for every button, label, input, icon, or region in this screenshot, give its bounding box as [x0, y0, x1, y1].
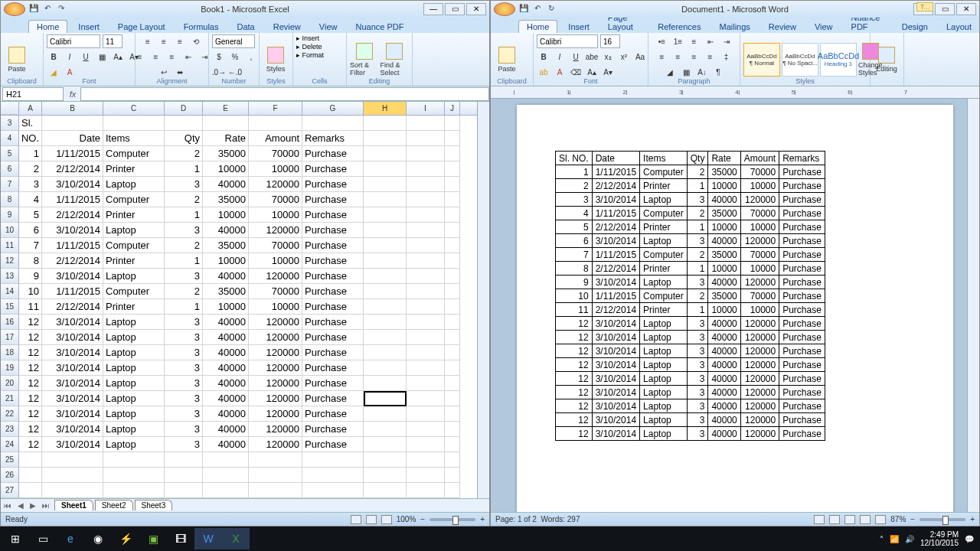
- cell[interactable]: 1/11/2015: [42, 146, 103, 161]
- table-tools-tab[interactable]: T...: [916, 2, 933, 11]
- row-header[interactable]: 5: [1, 146, 19, 161]
- cell[interactable]: [445, 315, 460, 330]
- cell[interactable]: [445, 360, 460, 376]
- cell[interactable]: Purchase: [302, 391, 364, 406]
- cell[interactable]: Laptop: [103, 437, 165, 452]
- subscript-button[interactable]: x₂: [601, 50, 615, 64]
- cell[interactable]: [364, 391, 407, 406]
- format-cells-button[interactable]: ▸ Format: [296, 51, 324, 59]
- row-header[interactable]: 21: [1, 391, 19, 406]
- column-header-E[interactable]: E: [203, 102, 249, 115]
- tab-home[interactable]: Home: [28, 20, 67, 33]
- cell[interactable]: 1: [165, 207, 203, 223]
- cell[interactable]: [445, 406, 460, 422]
- underline-button[interactable]: U: [569, 50, 583, 64]
- comma-button[interactable]: ,: [244, 50, 258, 64]
- cell[interactable]: 12: [19, 345, 42, 360]
- office-button[interactable]: [494, 2, 515, 16]
- cell[interactable]: [407, 238, 445, 253]
- orientation-button[interactable]: ⟲: [189, 34, 203, 48]
- cell[interactable]: [364, 253, 407, 269]
- cell[interactable]: 10000: [249, 161, 302, 177]
- cell[interactable]: 3: [165, 360, 203, 376]
- column-header-G[interactable]: G: [302, 102, 364, 115]
- align-mid-button[interactable]: ≡: [157, 34, 171, 48]
- find-select-button[interactable]: Find & Select: [381, 41, 410, 79]
- cell[interactable]: [407, 253, 445, 269]
- cell[interactable]: 3/10/2014: [42, 223, 103, 238]
- cell[interactable]: [445, 146, 460, 161]
- cell[interactable]: 120000: [249, 177, 302, 192]
- cell[interactable]: [407, 192, 445, 207]
- cell[interactable]: 2: [165, 192, 203, 207]
- chrome-icon[interactable]: ◉: [84, 528, 112, 549]
- cell[interactable]: 3: [165, 223, 203, 238]
- cell[interactable]: [364, 207, 407, 223]
- row-header[interactable]: 9: [1, 207, 19, 223]
- row-header[interactable]: 15: [1, 299, 19, 315]
- cell[interactable]: 2/12/2014: [42, 161, 103, 177]
- delete-cells-button[interactable]: ▸ Delete: [296, 43, 322, 51]
- cell[interactable]: Laptop: [103, 376, 165, 391]
- cell[interactable]: [407, 177, 445, 192]
- cell[interactable]: Items: [103, 131, 165, 146]
- column-header-H[interactable]: H: [364, 102, 407, 115]
- cell[interactable]: 12: [19, 360, 42, 376]
- tab-insert[interactable]: Insert: [560, 21, 597, 33]
- cell[interactable]: [364, 468, 407, 483]
- font-size-selector[interactable]: 11: [103, 34, 122, 48]
- cell[interactable]: [364, 360, 407, 376]
- cell[interactable]: 4: [19, 192, 42, 207]
- cell[interactable]: 1/11/2015: [42, 284, 103, 299]
- cell[interactable]: Purchase: [302, 406, 364, 422]
- cell[interactable]: [302, 483, 364, 498]
- column-header-A[interactable]: A: [19, 102, 42, 115]
- cell[interactable]: Laptop: [103, 177, 165, 192]
- zoom-level[interactable]: 100%: [397, 515, 416, 523]
- cell[interactable]: Purchase: [302, 146, 364, 161]
- word-taskbar-button[interactable]: W: [194, 528, 222, 549]
- row-header[interactable]: 25: [1, 452, 19, 468]
- tab-formulas[interactable]: Formulas: [176, 21, 227, 33]
- column-header-J[interactable]: J: [445, 102, 460, 115]
- redo-icon[interactable]: ↻: [546, 4, 557, 15]
- cell[interactable]: Laptop: [103, 345, 165, 360]
- cell[interactable]: 2: [19, 161, 42, 177]
- cell[interactable]: 3/10/2014: [42, 376, 103, 391]
- currency-button[interactable]: $: [212, 50, 226, 64]
- cell[interactable]: 70000: [249, 284, 302, 299]
- tab-view[interactable]: View: [312, 21, 345, 33]
- cell[interactable]: [445, 391, 460, 406]
- tab-references[interactable]: References: [650, 21, 708, 33]
- cell[interactable]: 10000: [249, 207, 302, 223]
- cell[interactable]: 3: [165, 437, 203, 452]
- row-header[interactable]: 13: [1, 269, 19, 284]
- cell[interactable]: 120000: [249, 345, 302, 360]
- row-header[interactable]: 4: [1, 131, 19, 146]
- align-left-button[interactable]: ≡: [133, 50, 147, 64]
- cell[interactable]: Computer: [103, 192, 165, 207]
- cell[interactable]: 3/10/2014: [42, 360, 103, 376]
- row-header[interactable]: 27: [1, 483, 19, 498]
- windows-taskbar[interactable]: ⊞ ▭ e ◉ ⚡ ▣ 🎞 W X ˄ 📶 🔊 2:49 PM 12/10/20…: [0, 527, 980, 551]
- cell[interactable]: 35000: [203, 238, 249, 253]
- row-header[interactable]: 24: [1, 437, 19, 452]
- edge-icon[interactable]: e: [57, 528, 84, 549]
- cell[interactable]: [407, 391, 445, 406]
- cell[interactable]: [407, 437, 445, 452]
- cell[interactable]: 40000: [203, 406, 249, 422]
- number-format-selector[interactable]: General: [212, 34, 255, 48]
- cell[interactable]: 10000: [249, 253, 302, 269]
- sheet-nav-prev[interactable]: ◀: [15, 501, 27, 510]
- cell[interactable]: [407, 468, 445, 483]
- zoom-slider[interactable]: [920, 518, 965, 521]
- italic-button[interactable]: I: [63, 50, 77, 64]
- cell[interactable]: Purchase: [302, 238, 364, 253]
- cell[interactable]: [103, 468, 165, 483]
- style-chip[interactable]: AaBbCcDd¶ No Spaci...: [782, 43, 818, 77]
- tab-nuance-pdf[interactable]: Nuance PDF: [348, 21, 411, 33]
- percent-button[interactable]: %: [228, 50, 242, 64]
- fx-icon[interactable]: fx: [65, 90, 80, 99]
- justify-button[interactable]: ≡: [704, 50, 717, 64]
- cell[interactable]: [249, 468, 302, 483]
